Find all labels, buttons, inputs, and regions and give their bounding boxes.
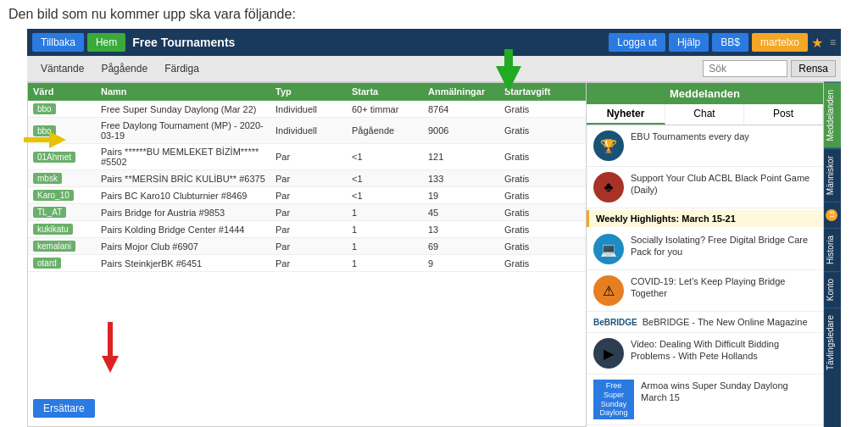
tab-finished[interactable]: Färdiga (156, 59, 208, 78)
bebridge-logo: BeBRIDGE (593, 318, 637, 327)
start-cell: 1 (352, 241, 428, 252)
badge-icon: Free Super Sunday Daylong (593, 380, 634, 419)
fee-cell: Gratis (504, 152, 581, 162)
reg-cell: 9006 (428, 125, 504, 136)
news-icon: ⚠ (593, 275, 624, 306)
fee-cell: Gratis (504, 125, 581, 136)
content-area: Värd Namn Typ Starta Anmälningar Startav… (27, 82, 841, 427)
col-type: Typ (275, 86, 352, 97)
table-row[interactable]: bbo Free Daylong Tournament (MP) - 2020-… (28, 118, 586, 144)
col-host: Värd (33, 86, 101, 97)
type-cell: Par (275, 208, 352, 218)
logout-button[interactable]: Logga ut (609, 33, 665, 52)
start-cell: 60+ timmar (352, 104, 428, 114)
col-start: Starta (352, 86, 428, 97)
sidebar-vtab-människor[interactable]: Människor (824, 148, 841, 202)
star-icon[interactable]: ★ (811, 35, 823, 51)
home-button[interactable]: Hem (87, 33, 125, 52)
name-cell: Pairs Mojor Club #6907 (101, 241, 275, 252)
table-footer: Ersättare (28, 394, 586, 423)
host-cell: mbsk (33, 173, 101, 184)
tab-post[interactable]: Post (744, 104, 823, 125)
host-cell: 01Ahmet (33, 152, 101, 163)
fee-cell: Gratis (504, 208, 581, 218)
news-text: COVID-19: Let's Keep Playing Bridge Toge… (631, 275, 816, 300)
fee-cell: Gratis (504, 241, 581, 252)
name-cell: Pairs Bridge for Austria #9853 (101, 208, 275, 218)
bebridge-text: BeBRIDGE - The New Online Magazine (643, 317, 808, 327)
search-input[interactable] (703, 60, 787, 77)
news-item[interactable]: Free Super Sunday DaylongArmoa wins Supe… (587, 374, 823, 425)
nav-right: Logga ut Hjälp BB$ martelxo ★ ≡ (609, 33, 836, 52)
bbs-button[interactable]: BB$ (712, 33, 748, 52)
instruction-text: Den bild som nu kommer upp ska vara följ… (8, 7, 860, 22)
table-row[interactable]: 01Ahmet Pairs ******BU MEMLEKET BİZİM***… (28, 144, 586, 170)
start-cell: <1 (352, 152, 428, 162)
yellow-arrow-icon (24, 131, 66, 148)
name-cell: Pairs SteinkjerBK #6451 (101, 258, 275, 269)
reg-cell: 69 (428, 241, 504, 252)
news-text: Video: Dealing With Difficult Bidding Pr… (631, 338, 816, 363)
sidebar-vtab-13[interactable]: 13 (824, 202, 841, 228)
back-button[interactable]: Tillbaka (32, 33, 84, 52)
reset-button[interactable]: Rensa (791, 60, 836, 77)
host-cell: otard (33, 258, 101, 269)
nav-bar: Tillbaka Hem Free Tournaments Logga ut H… (27, 29, 841, 56)
start-cell: 1 (352, 258, 428, 269)
reg-cell: 9 (428, 258, 504, 269)
sidebar-vtab-konto[interactable]: Konto (824, 271, 841, 308)
fee-cell: Gratis (504, 225, 581, 235)
news-item[interactable]: ⚠COVID-19: Let's Keep Playing Bridge Tog… (587, 270, 823, 312)
type-cell: Par (275, 152, 352, 162)
right-tabs: Nyheter Chat Post (587, 104, 823, 125)
news-item[interactable]: ▶Video: Dealing With Difficult Bidding P… (587, 333, 823, 374)
col-registrations: Anmälningar (428, 86, 504, 97)
type-cell: Par (275, 241, 352, 252)
name-cell: Free Super Sunday Daylong (Mar 22) (101, 104, 275, 114)
table-row[interactable]: kemalani Pairs Mojor Club #6907 Par 1 69… (28, 238, 586, 255)
svg-marker-2 (102, 322, 119, 373)
fee-cell: Gratis (504, 104, 581, 114)
start-cell: <1 (352, 174, 428, 184)
type-cell: Individuell (275, 104, 352, 114)
table-row[interactable]: kukikatu Pairs Kolding Bridge Center #14… (28, 221, 586, 238)
name-cell: Free Daylong Tournament (MP) - 2020-03-1… (101, 120, 275, 141)
news-text: Support Your Club ACBL Black Point Game … (631, 172, 816, 197)
tab-chat[interactable]: Chat (665, 104, 744, 125)
sidebar-vtab-tävlingsledare[interactable]: Tävlingsledare (824, 308, 841, 377)
news-text: EBU Tournaments every day (631, 130, 749, 142)
type-cell: Par (275, 225, 352, 235)
table-row[interactable]: TL_AT Pairs Bridge for Austria #9853 Par… (28, 204, 586, 221)
news-item[interactable]: 💻Socially Isolating? Free Digital Bridge… (587, 229, 823, 270)
reg-cell: 13 (428, 225, 504, 235)
help-button[interactable]: Hjälp (669, 33, 709, 52)
news-text: Socially Isolating? Free Digital Bridge … (631, 234, 816, 258)
type-cell: Individuell (275, 125, 352, 136)
tab-waiting[interactable]: Väntande (32, 59, 92, 78)
news-icon: 💻 (593, 234, 624, 264)
host-cell: bbo (33, 103, 101, 114)
table-row[interactable]: bbo Free Super Sunday Daylong (Mar 22) I… (28, 101, 586, 118)
tab-ongoing[interactable]: Pågående (92, 59, 156, 78)
reg-cell: 133 (428, 174, 504, 184)
fee-cell: Gratis (504, 258, 581, 269)
start-cell: 1 (352, 208, 428, 218)
news-text: Armoa wins Super Sunday Daylong March 15 (641, 380, 816, 404)
sidebar-vtab-meddelanden[interactable]: Meddelanden (824, 82, 841, 148)
table-row[interactable]: otard Pairs SteinkjerBK #6451 Par 1 9 Gr… (28, 255, 586, 272)
bars-icon[interactable]: ≡ (830, 36, 836, 48)
news-item[interactable]: 🏆EBU Tournaments every day (587, 125, 823, 167)
sidebar-vtab-historia[interactable]: Historia (824, 228, 841, 271)
replace-button[interactable]: Ersättare (33, 399, 95, 418)
reg-cell: 19 (428, 191, 504, 201)
table-row[interactable]: Karo_10 Pairs BC Karo10 Clubturnier #846… (28, 187, 586, 204)
user-button[interactable]: martelxo (752, 33, 808, 52)
tab-news[interactable]: Nyheter (587, 104, 665, 125)
vertical-sidebar: MeddelandenMänniskor13HistoriaKontoTävli… (824, 82, 841, 427)
reg-cell: 8764 (428, 104, 504, 114)
bebridge-item[interactable]: BeBRIDGEBeBRIDGE - The New Online Magazi… (587, 312, 823, 333)
name-cell: Pairs BC Karo10 Clubturnier #8469 (101, 191, 275, 201)
news-item[interactable]: ♣Support Your Club ACBL Black Point Game… (587, 167, 823, 208)
table-row[interactable]: mbsk Pairs **MERSİN BRİC KULİBU** #6375 … (28, 170, 586, 187)
name-cell: Pairs **MERSİN BRİC KULİBU** #6375 (101, 174, 275, 184)
